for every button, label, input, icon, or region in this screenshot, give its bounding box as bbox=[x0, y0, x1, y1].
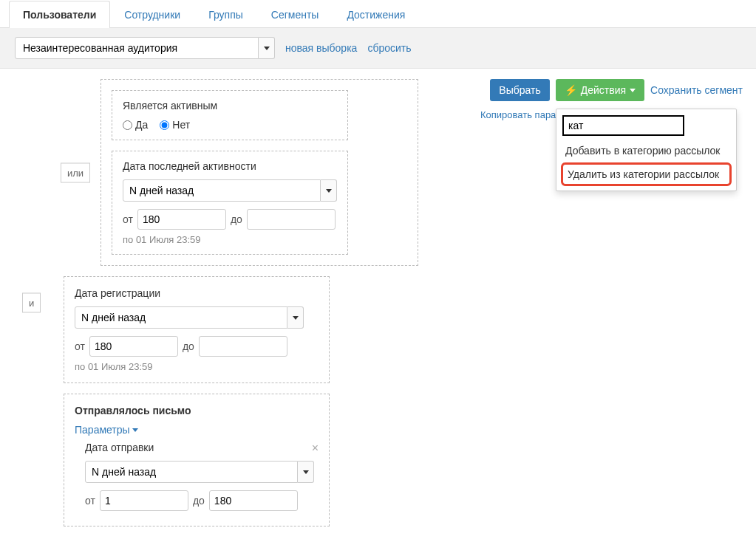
reset-link[interactable]: сбросить bbox=[367, 42, 411, 54]
select-button[interactable]: Выбрать bbox=[490, 79, 549, 101]
main-tabs: Пользователи Сотрудники Группы Сегменты … bbox=[0, 0, 756, 28]
new-selection-link[interactable]: новая выборка bbox=[285, 42, 357, 54]
from-input[interactable] bbox=[137, 209, 226, 230]
period-caret[interactable] bbox=[321, 179, 337, 202]
rule-reg-date-title: Дата регистрации bbox=[75, 287, 319, 299]
operator-or: или bbox=[61, 162, 90, 182]
copy-params-link[interactable]: Копировать пара bbox=[480, 109, 556, 120]
tab-staff[interactable]: Сотрудники bbox=[110, 1, 194, 28]
tab-users[interactable]: Пользователи bbox=[9, 1, 110, 28]
operator-and: и bbox=[22, 293, 41, 313]
chevron-down-icon bbox=[630, 89, 636, 92]
chevron-down-icon bbox=[303, 470, 309, 474]
chevron-down-icon bbox=[264, 47, 270, 50]
dropdown-item-remove[interactable]: Удалить из категории рассылок bbox=[561, 162, 732, 186]
tab-groups[interactable]: Группы bbox=[194, 1, 257, 28]
date-note: по 01 Июля 23:59 bbox=[75, 361, 319, 372]
from-input[interactable] bbox=[89, 336, 178, 357]
actions-dropdown: Добавить в категорию рассылок Удалить из… bbox=[556, 109, 737, 191]
period-caret[interactable] bbox=[287, 306, 304, 329]
segment-input[interactable] bbox=[15, 37, 259, 59]
filter-bar: новая выборка сбросить bbox=[0, 28, 756, 69]
from-input[interactable] bbox=[100, 490, 188, 511]
bolt-icon: ⚡ bbox=[565, 84, 577, 96]
radio-yes[interactable]: Да bbox=[123, 119, 148, 131]
date-note: по 01 Июля 23:59 bbox=[123, 234, 337, 245]
rule-last-activity-title: Дата последней активности bbox=[123, 160, 337, 172]
params-link[interactable]: Параметры bbox=[75, 424, 138, 436]
rule-send-date-title: Дата отправки bbox=[85, 442, 319, 453]
period-caret[interactable] bbox=[298, 461, 314, 483]
actions-button[interactable]: ⚡Действия bbox=[556, 79, 644, 101]
chevron-down-icon bbox=[293, 316, 299, 320]
to-label: до bbox=[231, 213, 242, 225]
chevron-down-icon bbox=[132, 428, 138, 432]
rule-email-title: Отправлялось письмо bbox=[75, 405, 319, 416]
segment-select[interactable] bbox=[15, 37, 275, 59]
chevron-down-icon bbox=[326, 189, 332, 193]
dropdown-search[interactable] bbox=[562, 115, 684, 136]
tab-achievements[interactable]: Достижения bbox=[333, 1, 419, 28]
segment-caret[interactable] bbox=[259, 37, 275, 59]
rule-is-active-title: Является активным bbox=[123, 100, 337, 112]
period-select-reg[interactable] bbox=[75, 306, 304, 329]
tab-segments[interactable]: Сегменты bbox=[257, 1, 333, 28]
radio-no[interactable]: Нет bbox=[160, 119, 190, 131]
to-input[interactable] bbox=[247, 209, 336, 230]
to-input[interactable] bbox=[209, 490, 298, 511]
period-select[interactable] bbox=[123, 179, 337, 202]
from-label: от bbox=[123, 213, 133, 225]
close-icon[interactable]: × bbox=[312, 442, 319, 455]
dropdown-item-add[interactable]: Добавить в категорию рассылок bbox=[562, 140, 730, 161]
period-select-send[interactable] bbox=[85, 461, 314, 483]
save-segment-link[interactable]: Сохранить сегмент bbox=[650, 84, 743, 96]
to-input[interactable] bbox=[199, 336, 287, 357]
